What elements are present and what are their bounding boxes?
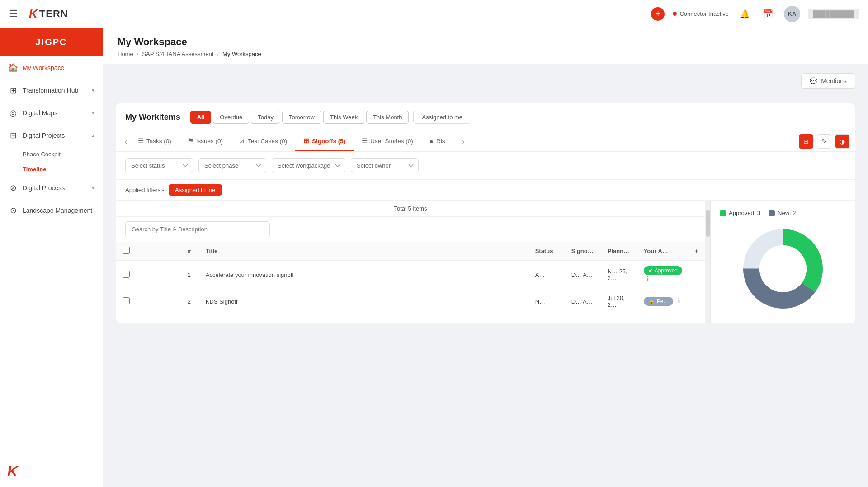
row-badge-2: 🔒 Pe… ℹ	[637, 289, 689, 314]
sidebar-item-my-workspace[interactable]: 🏠 My Workspace	[0, 56, 103, 79]
breadcrumb-home[interactable]: Home	[118, 51, 133, 57]
breadcrumb-project[interactable]: SAP S/4HANA Assessment	[142, 51, 213, 57]
sidebar-item-landscape-management[interactable]: ⊙ Landscape Management	[0, 199, 103, 222]
avatar[interactable]: KA	[784, 6, 800, 22]
sidebar-item-digital-projects[interactable]: ⊟ Digital Projects ▴	[0, 124, 103, 147]
workpackage-select[interactable]: Select workpackage	[272, 158, 345, 173]
breadcrumb: Home / SAP S/4HANA Assessment / My Works…	[118, 51, 854, 57]
scrollbar-thumb	[706, 210, 710, 237]
top-navigation: ☰ K TERN + Connector Inactive 🔔 📅 KA ███…	[0, 0, 868, 28]
issues-icon: ⚑	[188, 137, 193, 145]
applied-filters-label: Applied filters:-	[125, 187, 164, 193]
filter-this-week-button[interactable]: This Week	[323, 111, 364, 124]
col-header-planned: Plann…	[601, 242, 637, 260]
tab-next-button[interactable]: ›	[459, 137, 467, 146]
tab-prev-button[interactable]: ‹	[122, 137, 130, 146]
data-table: # Title Status Signo… Plann… Your A… +	[116, 242, 705, 314]
logo: K TERN	[29, 7, 68, 21]
sidebar-item-digital-maps[interactable]: ◎ Digital Maps ▾	[0, 102, 103, 124]
legend-new: New: 2	[769, 210, 796, 216]
filter-this-month-button[interactable]: This Month	[366, 111, 409, 124]
row-title-1: Accelerate your innovation signoff	[199, 260, 529, 289]
logo-k-icon: K	[29, 7, 38, 21]
digital-maps-icon: ◎	[8, 108, 18, 118]
content-header: My Workspace Home / SAP S/4HANA Assessme…	[103, 28, 868, 64]
select-all-checkbox[interactable]	[123, 247, 130, 254]
sidebar-sub-digital-projects: Phase Cockpit Timeline	[0, 147, 103, 177]
sidebar: JIGPC 🏠 My Workspace ⊞ Transformation Hu…	[0, 28, 103, 487]
filters-row: Select status Select phase Select workpa…	[116, 152, 855, 180]
chart-legend: Approved: 3 New: 2	[720, 210, 796, 216]
donut-chart	[738, 224, 828, 314]
main-layout: JIGPC 🏠 My Workspace ⊞ Transformation Hu…	[0, 28, 868, 487]
chevron-down-icon: ▾	[92, 87, 94, 94]
tab-issues[interactable]: ⚑ Issues (0)	[179, 131, 231, 151]
status-select[interactable]: Select status	[125, 158, 193, 173]
col-header-add[interactable]: +	[689, 242, 705, 260]
transformation-hub-icon: ⊞	[8, 85, 18, 95]
risks-icon: ●	[429, 137, 434, 145]
col-header-status: Status	[529, 242, 565, 260]
sidebar-label-digital-maps: Digital Maps	[23, 109, 57, 117]
username-display: ██████████	[808, 9, 859, 19]
row-checkbox-1[interactable]	[123, 271, 130, 278]
sidebar-item-phase-cockpit[interactable]: Phase Cockpit	[23, 147, 103, 162]
tab-risks[interactable]: ● Ris…	[421, 132, 459, 151]
row-signoff-2: D… A…	[565, 289, 601, 314]
chevron-down-icon: ▾	[92, 110, 94, 116]
tasks-icon: ☰	[138, 137, 144, 145]
mentions-label: Mentions	[821, 77, 847, 84]
breadcrumb-separator-2: /	[217, 51, 219, 57]
digital-process-icon: ⊘	[8, 183, 18, 193]
assigned-to-me-tag[interactable]: Assigned to me	[169, 184, 222, 196]
tab-user-stories[interactable]: ☰ User Stories (0)	[354, 131, 421, 151]
table-header-row: # Title Status Signo… Plann… Your A… +	[116, 242, 705, 260]
chevron-up-icon: ▴	[92, 132, 94, 139]
sidebar-label-digital-projects: Digital Projects	[23, 132, 65, 139]
tab-risks-label: Ris…	[436, 138, 451, 145]
search-input[interactable]	[125, 221, 270, 237]
calendar-icon[interactable]: 📅	[760, 6, 776, 22]
hamburger-icon[interactable]: ☰	[9, 8, 18, 20]
chart-button[interactable]: ◑	[835, 134, 849, 149]
page-title: My Workspace	[118, 36, 854, 48]
filter-all-button[interactable]: All	[190, 111, 212, 124]
row-planned-2: Jul 20, 2…	[601, 289, 637, 314]
project-name: JIGPC	[0, 28, 103, 56]
edit-button[interactable]: ✎	[817, 134, 831, 149]
sidebar-bottom-logo: K	[7, 463, 18, 480]
owner-select[interactable]: Select owner	[351, 158, 419, 173]
sidebar-item-timeline[interactable]: Timeline	[23, 162, 103, 177]
filter-today-button[interactable]: Today	[251, 111, 280, 124]
tab-tasks-label: Tasks (0)	[146, 138, 171, 145]
table-scrollbar[interactable]	[705, 201, 710, 323]
tab-signoffs[interactable]: ⊞ Signoffs (5)	[295, 131, 354, 151]
user-stories-icon: ☰	[362, 137, 368, 145]
phase-select[interactable]: Select phase	[198, 158, 266, 173]
sidebar-item-digital-process[interactable]: ⊘ Digital Process ▾	[0, 177, 103, 199]
row-planned-1: N… 25, 2…	[601, 260, 637, 289]
sidebar-item-transformation-hub[interactable]: ⊞ Transformation Hub ▾	[0, 79, 103, 102]
row-checkbox-2[interactable]	[123, 297, 130, 304]
info-icon-1[interactable]: ℹ	[646, 275, 649, 283]
new-legend-label: New: 2	[778, 210, 796, 216]
notification-bell-icon[interactable]: 🔔	[737, 6, 752, 22]
landscape-management-icon: ⊙	[8, 206, 18, 215]
tab-user-stories-label: User Stories (0)	[370, 138, 413, 145]
add-button[interactable]: +	[651, 7, 665, 21]
filter-tomorrow-button[interactable]: Tomorrow	[282, 111, 321, 124]
filter-assigned-to-me-button[interactable]: Assigned to me	[413, 111, 471, 124]
content-area: My Workspace Home / SAP S/4HANA Assessme…	[103, 28, 868, 487]
row-num-2: 2	[181, 289, 199, 314]
tab-test-cases[interactable]: ⊿ Test Cases (0)	[231, 131, 295, 151]
filter-active-button[interactable]: ⊟	[799, 134, 813, 149]
filter-overdue-button[interactable]: Overdue	[213, 111, 249, 124]
info-icon-2[interactable]: ℹ	[678, 297, 680, 304]
col-header-num: #	[181, 242, 199, 260]
tab-tasks[interactable]: ☰ Tasks (0)	[130, 131, 179, 151]
col-header-your: Your A…	[637, 242, 689, 260]
pending-badge: 🔒 Pe…	[644, 297, 674, 306]
mentions-button[interactable]: 💬 Mentions	[801, 73, 855, 89]
sidebar-label-landscape-management: Landscape Management	[23, 207, 92, 214]
tab-signoffs-label: Signoffs (5)	[312, 138, 345, 145]
